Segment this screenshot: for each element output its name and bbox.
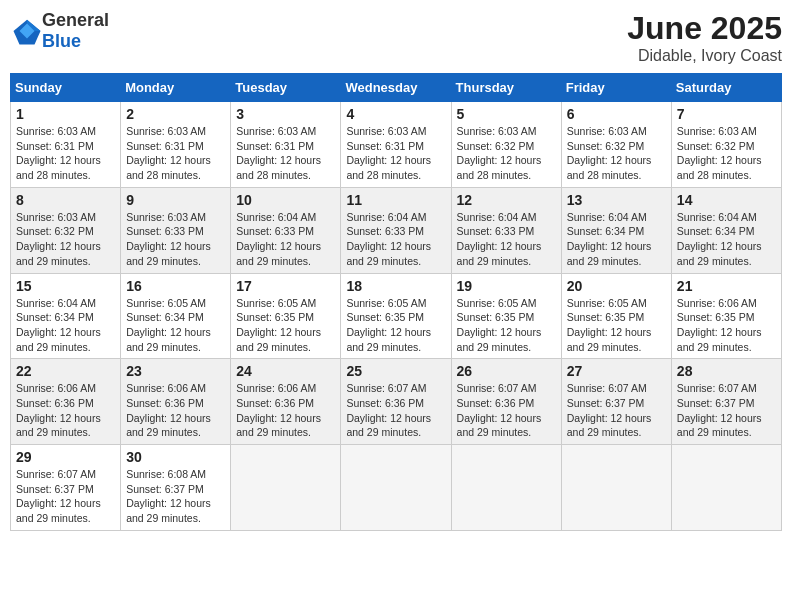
calendar-week-row: 22Sunrise: 6:06 AMSunset: 6:36 PMDayligh… (11, 359, 782, 445)
day-info: Sunrise: 6:05 AMSunset: 6:34 PMDaylight:… (126, 296, 225, 355)
calendar-day-cell: 14Sunrise: 6:04 AMSunset: 6:34 PMDayligh… (671, 187, 781, 273)
day-number: 6 (567, 106, 666, 122)
calendar-day-cell (671, 445, 781, 531)
calendar-day-cell: 20Sunrise: 6:05 AMSunset: 6:35 PMDayligh… (561, 273, 671, 359)
day-info: Sunrise: 6:06 AMSunset: 6:36 PMDaylight:… (16, 381, 115, 440)
calendar-day-cell: 17Sunrise: 6:05 AMSunset: 6:35 PMDayligh… (231, 273, 341, 359)
day-info: Sunrise: 6:07 AMSunset: 6:36 PMDaylight:… (346, 381, 445, 440)
day-info: Sunrise: 6:03 AMSunset: 6:32 PMDaylight:… (457, 124, 556, 183)
day-info: Sunrise: 6:05 AMSunset: 6:35 PMDaylight:… (457, 296, 556, 355)
calendar-day-cell: 22Sunrise: 6:06 AMSunset: 6:36 PMDayligh… (11, 359, 121, 445)
day-number: 2 (126, 106, 225, 122)
day-info: Sunrise: 6:03 AMSunset: 6:32 PMDaylight:… (677, 124, 776, 183)
day-number: 30 (126, 449, 225, 465)
calendar-day-cell: 24Sunrise: 6:06 AMSunset: 6:36 PMDayligh… (231, 359, 341, 445)
day-number: 28 (677, 363, 776, 379)
calendar-day-cell: 21Sunrise: 6:06 AMSunset: 6:35 PMDayligh… (671, 273, 781, 359)
calendar-day-cell: 27Sunrise: 6:07 AMSunset: 6:37 PMDayligh… (561, 359, 671, 445)
day-info: Sunrise: 6:06 AMSunset: 6:35 PMDaylight:… (677, 296, 776, 355)
day-number: 29 (16, 449, 115, 465)
day-info: Sunrise: 6:04 AMSunset: 6:34 PMDaylight:… (16, 296, 115, 355)
day-number: 17 (236, 278, 335, 294)
calendar-day-cell (561, 445, 671, 531)
page-header: General Blue June 2025 Didable, Ivory Co… (10, 10, 782, 65)
day-info: Sunrise: 6:07 AMSunset: 6:37 PMDaylight:… (16, 467, 115, 526)
calendar-day-cell: 12Sunrise: 6:04 AMSunset: 6:33 PMDayligh… (451, 187, 561, 273)
day-info: Sunrise: 6:03 AMSunset: 6:33 PMDaylight:… (126, 210, 225, 269)
day-number: 27 (567, 363, 666, 379)
day-info: Sunrise: 6:07 AMSunset: 6:36 PMDaylight:… (457, 381, 556, 440)
day-info: Sunrise: 6:05 AMSunset: 6:35 PMDaylight:… (346, 296, 445, 355)
day-number: 16 (126, 278, 225, 294)
weekday-header: Saturday (671, 74, 781, 102)
day-number: 19 (457, 278, 556, 294)
day-number: 12 (457, 192, 556, 208)
calendar-header-row: SundayMondayTuesdayWednesdayThursdayFrid… (11, 74, 782, 102)
calendar-day-cell: 3Sunrise: 6:03 AMSunset: 6:31 PMDaylight… (231, 102, 341, 188)
main-container: General Blue June 2025 Didable, Ivory Co… (10, 10, 782, 531)
day-number: 25 (346, 363, 445, 379)
calendar-table: SundayMondayTuesdayWednesdayThursdayFrid… (10, 73, 782, 531)
day-info: Sunrise: 6:03 AMSunset: 6:32 PMDaylight:… (16, 210, 115, 269)
weekday-header: Sunday (11, 74, 121, 102)
calendar-day-cell: 13Sunrise: 6:04 AMSunset: 6:34 PMDayligh… (561, 187, 671, 273)
logo-general: General (42, 10, 109, 30)
day-number: 20 (567, 278, 666, 294)
calendar-day-cell: 18Sunrise: 6:05 AMSunset: 6:35 PMDayligh… (341, 273, 451, 359)
title-block: June 2025 Didable, Ivory Coast (627, 10, 782, 65)
calendar-day-cell (231, 445, 341, 531)
logo-text: General Blue (42, 10, 109, 52)
calendar-day-cell: 15Sunrise: 6:04 AMSunset: 6:34 PMDayligh… (11, 273, 121, 359)
day-info: Sunrise: 6:04 AMSunset: 6:34 PMDaylight:… (567, 210, 666, 269)
weekday-header: Monday (121, 74, 231, 102)
day-info: Sunrise: 6:05 AMSunset: 6:35 PMDaylight:… (236, 296, 335, 355)
day-info: Sunrise: 6:07 AMSunset: 6:37 PMDaylight:… (567, 381, 666, 440)
weekday-header: Wednesday (341, 74, 451, 102)
day-number: 11 (346, 192, 445, 208)
calendar-day-cell (341, 445, 451, 531)
day-number: 26 (457, 363, 556, 379)
day-number: 5 (457, 106, 556, 122)
calendar-day-cell: 6Sunrise: 6:03 AMSunset: 6:32 PMDaylight… (561, 102, 671, 188)
calendar-day-cell: 7Sunrise: 6:03 AMSunset: 6:32 PMDaylight… (671, 102, 781, 188)
day-info: Sunrise: 6:05 AMSunset: 6:35 PMDaylight:… (567, 296, 666, 355)
day-number: 21 (677, 278, 776, 294)
day-info: Sunrise: 6:03 AMSunset: 6:31 PMDaylight:… (236, 124, 335, 183)
calendar-day-cell (451, 445, 561, 531)
calendar-day-cell: 2Sunrise: 6:03 AMSunset: 6:31 PMDaylight… (121, 102, 231, 188)
day-info: Sunrise: 6:04 AMSunset: 6:33 PMDaylight:… (236, 210, 335, 269)
day-number: 24 (236, 363, 335, 379)
day-number: 4 (346, 106, 445, 122)
day-info: Sunrise: 6:04 AMSunset: 6:34 PMDaylight:… (677, 210, 776, 269)
calendar-day-cell: 25Sunrise: 6:07 AMSunset: 6:36 PMDayligh… (341, 359, 451, 445)
day-number: 15 (16, 278, 115, 294)
day-info: Sunrise: 6:04 AMSunset: 6:33 PMDaylight:… (346, 210, 445, 269)
day-info: Sunrise: 6:06 AMSunset: 6:36 PMDaylight:… (126, 381, 225, 440)
logo-blue: Blue (42, 31, 81, 51)
day-info: Sunrise: 6:08 AMSunset: 6:37 PMDaylight:… (126, 467, 225, 526)
calendar-day-cell: 10Sunrise: 6:04 AMSunset: 6:33 PMDayligh… (231, 187, 341, 273)
calendar-day-cell: 5Sunrise: 6:03 AMSunset: 6:32 PMDaylight… (451, 102, 561, 188)
calendar-day-cell: 28Sunrise: 6:07 AMSunset: 6:37 PMDayligh… (671, 359, 781, 445)
day-info: Sunrise: 6:07 AMSunset: 6:37 PMDaylight:… (677, 381, 776, 440)
day-number: 10 (236, 192, 335, 208)
calendar-week-row: 1Sunrise: 6:03 AMSunset: 6:31 PMDaylight… (11, 102, 782, 188)
day-number: 18 (346, 278, 445, 294)
location-title: Didable, Ivory Coast (627, 47, 782, 65)
calendar-day-cell: 30Sunrise: 6:08 AMSunset: 6:37 PMDayligh… (121, 445, 231, 531)
calendar-day-cell: 11Sunrise: 6:04 AMSunset: 6:33 PMDayligh… (341, 187, 451, 273)
logo: General Blue (10, 10, 109, 52)
weekday-header: Friday (561, 74, 671, 102)
day-number: 14 (677, 192, 776, 208)
day-number: 3 (236, 106, 335, 122)
calendar-day-cell: 9Sunrise: 6:03 AMSunset: 6:33 PMDaylight… (121, 187, 231, 273)
weekday-header: Thursday (451, 74, 561, 102)
calendar-day-cell: 16Sunrise: 6:05 AMSunset: 6:34 PMDayligh… (121, 273, 231, 359)
day-info: Sunrise: 6:03 AMSunset: 6:31 PMDaylight:… (126, 124, 225, 183)
calendar-day-cell: 26Sunrise: 6:07 AMSunset: 6:36 PMDayligh… (451, 359, 561, 445)
day-info: Sunrise: 6:03 AMSunset: 6:31 PMDaylight:… (16, 124, 115, 183)
day-number: 13 (567, 192, 666, 208)
day-info: Sunrise: 6:03 AMSunset: 6:31 PMDaylight:… (346, 124, 445, 183)
calendar-day-cell: 4Sunrise: 6:03 AMSunset: 6:31 PMDaylight… (341, 102, 451, 188)
logo-icon (12, 16, 42, 46)
